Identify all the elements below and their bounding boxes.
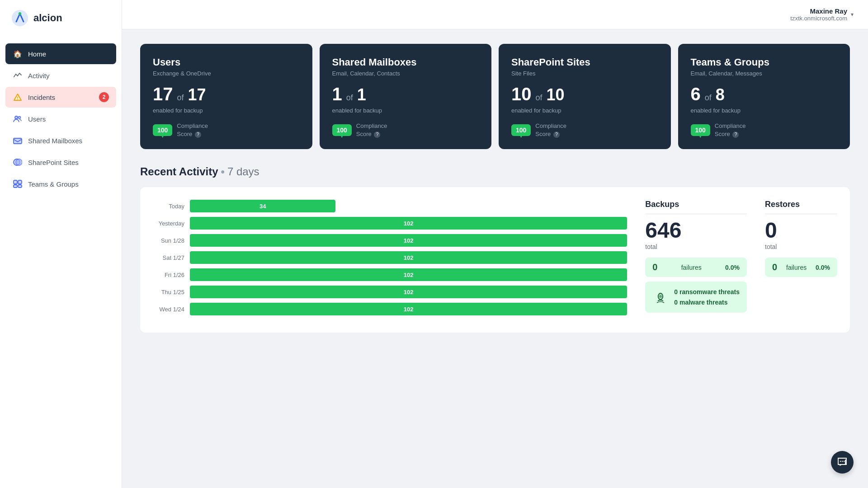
restores-failures-pct: 0.0% — [816, 264, 830, 271]
count-total: 17 — [188, 85, 206, 104]
count-enabled: 1 — [332, 84, 342, 104]
summary-card-teams-groups[interactable]: Teams & Groups Email, Calendar, Messages… — [678, 44, 850, 149]
bar-container: 102 — [190, 217, 627, 230]
sidebar-item-teams-groups-label: Teams & Groups — [28, 180, 79, 188]
summary-card-shared-mailboxes[interactable]: Shared Mailboxes Email, Calendar, Contac… — [320, 44, 492, 149]
backups-failures-count: 0 — [652, 262, 657, 272]
sidebar-item-activity[interactable]: Activity — [5, 65, 116, 86]
card-title: SharePoint Sites — [511, 56, 658, 68]
backups-total: 646 — [645, 220, 747, 241]
summary-card-sharepoint-sites[interactable]: SharePoint Sites Site Files 10 of 10 ena… — [499, 44, 671, 149]
svg-point-3 — [17, 99, 18, 100]
threats-text: 0 ransomware threats 0 malware threats — [674, 287, 740, 307]
compliance-info-icon[interactable]: ? — [374, 131, 380, 138]
summary-cards: Users Exchange & OneDrive 17 of 17 enabl… — [140, 44, 850, 149]
bar-value: 102 — [404, 289, 414, 296]
user-domain: tzxtk.onmicrosoft.com — [790, 15, 847, 22]
teams-icon — [13, 179, 23, 189]
compliance-info-icon[interactable]: ? — [732, 131, 739, 138]
sidebar-item-incidents-label: Incidents — [28, 94, 55, 101]
incidents-badge: 2 — [99, 92, 109, 102]
sidebar-item-home[interactable]: 🏠 Home — [5, 43, 116, 64]
chart-row: Sat 1/27 102 — [153, 251, 627, 264]
home-icon: 🏠 — [13, 49, 23, 59]
sidebar-item-users-label: Users — [28, 115, 46, 123]
activity-icon — [13, 70, 23, 80]
svg-point-8 — [16, 159, 22, 165]
bar: 102 — [190, 268, 627, 281]
bar-container: 102 — [190, 268, 627, 281]
sidebar-item-teams-groups[interactable]: Teams & Groups — [5, 174, 116, 194]
bar: 102 — [190, 303, 627, 315]
count-of: of — [533, 93, 545, 103]
compliance-info-icon[interactable]: ? — [195, 131, 201, 138]
restores-total-label: total — [765, 243, 837, 250]
bar: 102 — [190, 286, 627, 298]
bar-container: 102 — [190, 303, 627, 315]
svg-point-16 — [840, 461, 841, 462]
sidebar-item-incidents[interactable]: Incidents 2 — [5, 87, 116, 108]
sidebar-nav: 🏠 Home Activity Incidents 2 Users — [0, 43, 122, 194]
svg-point-5 — [19, 117, 21, 119]
ransomware-label: ransomware threats — [679, 288, 740, 296]
count-total: 8 — [716, 85, 725, 104]
svg-rect-6 — [14, 138, 22, 144]
compliance-badge: 100 ComplianceScore ? — [691, 122, 838, 138]
compliance-info-icon[interactable]: ? — [553, 131, 560, 138]
compliance-badge: 100 ComplianceScore ? — [332, 122, 479, 138]
bar-value: 102 — [404, 272, 414, 278]
chevron-down-icon: ▾ — [851, 11, 854, 18]
chart-row-label: Sat 1/27 — [153, 254, 184, 261]
bar: 34 — [190, 200, 335, 212]
malware-label: malware threats — [679, 299, 728, 306]
chart-row-label: Yesterday — [153, 220, 184, 227]
compliance-score: 100 — [511, 124, 531, 136]
backups-stat: Backups 646 total 0 failures 0.0% 0 rans… — [645, 200, 747, 320]
backups-title: Backups — [645, 200, 747, 214]
users-icon — [13, 114, 23, 124]
sharepoint-icon — [13, 157, 23, 167]
compliance-label: ComplianceScore ? — [177, 122, 208, 138]
svg-rect-12 — [18, 185, 22, 188]
svg-rect-10 — [18, 180, 22, 184]
card-count: 10 of 10 — [511, 84, 658, 104]
sidebar-item-shared-mailboxes-label: Shared Mailboxes — [28, 137, 82, 145]
compliance-label: ComplianceScore ? — [356, 122, 387, 138]
compliance-label: ComplianceScore ? — [715, 122, 746, 138]
chart-row: Thu 1/25 102 — [153, 286, 627, 298]
sidebar-item-home-label: Home — [28, 50, 46, 58]
chart-row-label: Thu 1/25 — [153, 289, 184, 296]
enabled-label: enabled for backup — [691, 107, 838, 114]
compliance-score: 100 — [332, 124, 352, 136]
bar-value: 34 — [259, 203, 266, 210]
backups-failures-label: failures — [681, 264, 702, 271]
sidebar-item-shared-mailboxes[interactable]: Shared Mailboxes — [5, 130, 116, 151]
compliance-badge: 100 ComplianceScore ? — [511, 122, 658, 138]
user-menu[interactable]: Maxine Ray tzxtk.onmicrosoft.com ▾ — [790, 7, 854, 22]
compliance-badge: 100 ComplianceScore ? — [153, 122, 300, 138]
count-of: of — [175, 93, 186, 103]
chart-row-label: Today — [153, 203, 184, 210]
enabled-label: enabled for backup — [332, 107, 479, 114]
sidebar-item-users[interactable]: Users — [5, 108, 116, 129]
sidebar-item-sharepoint-sites[interactable]: SharePoint Sites — [5, 152, 116, 173]
chart-row: Sun 1/28 102 — [153, 234, 627, 247]
backups-total-label: total — [645, 243, 747, 250]
bar: 102 — [190, 234, 627, 247]
chart-row: Wed 1/24 102 — [153, 303, 627, 315]
compliance-score: 100 — [153, 124, 172, 136]
summary-card-users[interactable]: Users Exchange & OneDrive 17 of 17 enabl… — [140, 44, 312, 149]
threats-icon — [652, 289, 669, 305]
user-name: Maxine Ray — [790, 7, 847, 15]
alcion-logo-icon — [11, 9, 29, 27]
shared-mailboxes-icon — [13, 136, 23, 145]
svg-point-15 — [659, 295, 662, 298]
recent-activity-title: Recent Activity•7 days — [140, 165, 850, 178]
bar-value: 102 — [404, 306, 414, 313]
restores-failures-count: 0 — [772, 262, 777, 272]
backups-failures-badge: 0 failures 0.0% — [645, 258, 747, 277]
card-count: 6 of 8 — [691, 84, 838, 104]
chat-button[interactable] — [831, 451, 854, 474]
activity-chart: Today 34 Yesterday 102 Sun 1/28 102 Sat … — [153, 200, 627, 320]
count-of: of — [703, 93, 714, 103]
